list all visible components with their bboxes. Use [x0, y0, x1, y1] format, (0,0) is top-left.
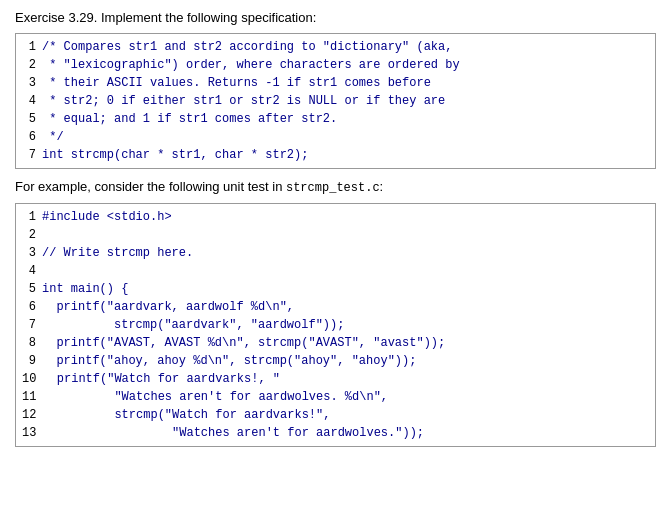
- line-number: 1: [22, 38, 36, 56]
- prose-text: For example, consider the following unit…: [15, 179, 656, 195]
- line-number: 9: [22, 352, 36, 370]
- table-row: 1#include <stdio.h>: [22, 208, 649, 226]
- test-code-block: 1#include <stdio.h>23// Write strcmp her…: [15, 203, 656, 447]
- line-content: printf("aardvark, aardwolf %d\n",: [42, 298, 294, 316]
- table-row: 6 */: [22, 128, 649, 146]
- table-row: 6 printf("aardvark, aardwolf %d\n",: [22, 298, 649, 316]
- prose-prefix: For example, consider the following unit…: [15, 179, 286, 194]
- line-content: printf("Watch for aardvarks!, ": [42, 370, 280, 388]
- line-content: strcmp("Watch for aardvarks!",: [42, 406, 330, 424]
- line-number: 8: [22, 334, 36, 352]
- table-row: 3// Write strcmp here.: [22, 244, 649, 262]
- prose-suffix: :: [380, 179, 384, 194]
- line-content: "Watches aren't for aardwolves."));: [42, 424, 424, 442]
- line-number: 7: [22, 316, 36, 334]
- table-row: 4 * str2; 0 if either str1 or str2 is NU…: [22, 92, 649, 110]
- table-row: 7int strcmp(char * str1, char * str2);: [22, 146, 649, 164]
- line-number: 2: [22, 226, 36, 244]
- line-number: 3: [22, 244, 36, 262]
- line-content: printf("ahoy, ahoy %d\n", strcmp("ahoy",…: [42, 352, 416, 370]
- line-number: 6: [22, 128, 36, 146]
- table-row: 7 strcmp("aardvark", "aardwolf"));: [22, 316, 649, 334]
- line-content: * str2; 0 if either str1 or str2 is NULL…: [42, 92, 445, 110]
- line-number: 4: [22, 92, 36, 110]
- line-content: // Write strcmp here.: [42, 244, 193, 262]
- line-number: 5: [22, 110, 36, 128]
- line-content: * "lexicographic") order, where characte…: [42, 56, 460, 74]
- line-number: 7: [22, 146, 36, 164]
- spec-code-block: 1/* Compares str1 and str2 according to …: [15, 33, 656, 169]
- line-number: 6: [22, 298, 36, 316]
- line-number: 1: [22, 208, 36, 226]
- line-content: * equal; and 1 if str1 comes after str2.: [42, 110, 337, 128]
- line-number: 12: [22, 406, 36, 424]
- line-content: /* Compares str1 and str2 according to "…: [42, 38, 452, 56]
- line-content: #include <stdio.h>: [42, 208, 172, 226]
- line-content: "Watches aren't for aardwolves. %d\n",: [42, 388, 388, 406]
- line-number: 11: [22, 388, 36, 406]
- table-row: 5 * equal; and 1 if str1 comes after str…: [22, 110, 649, 128]
- line-content: strcmp("aardvark", "aardwolf"));: [42, 316, 344, 334]
- table-row: 9 printf("ahoy, ahoy %d\n", strcmp("ahoy…: [22, 352, 649, 370]
- prose-filename: strcmp_test.c: [286, 181, 380, 195]
- table-row: 13 "Watches aren't for aardwolves."));: [22, 424, 649, 442]
- table-row: 1/* Compares str1 and str2 according to …: [22, 38, 649, 56]
- table-row: 4: [22, 262, 649, 280]
- line-number: 4: [22, 262, 36, 280]
- table-row: 5int main() {: [22, 280, 649, 298]
- line-number: 2: [22, 56, 36, 74]
- table-row: 8 printf("AVAST, AVAST %d\n", strcmp("AV…: [22, 334, 649, 352]
- table-row: 10 printf("Watch for aardvarks!, ": [22, 370, 649, 388]
- line-content: int main() {: [42, 280, 128, 298]
- line-content: int strcmp(char * str1, char * str2);: [42, 146, 308, 164]
- table-row: 11 "Watches aren't for aardwolves. %d\n"…: [22, 388, 649, 406]
- line-content: printf("AVAST, AVAST %d\n", strcmp("AVAS…: [42, 334, 445, 352]
- line-number: 5: [22, 280, 36, 298]
- table-row: 2 * "lexicographic") order, where charac…: [22, 56, 649, 74]
- exercise-title: Exercise 3.29. Implement the following s…: [15, 10, 656, 25]
- line-number: 3: [22, 74, 36, 92]
- line-content: * their ASCII values. Returns -1 if str1…: [42, 74, 431, 92]
- line-content: */: [42, 128, 64, 146]
- line-number: 13: [22, 424, 36, 442]
- table-row: 2: [22, 226, 649, 244]
- line-number: 10: [22, 370, 36, 388]
- table-row: 12 strcmp("Watch for aardvarks!",: [22, 406, 649, 424]
- table-row: 3 * their ASCII values. Returns -1 if st…: [22, 74, 649, 92]
